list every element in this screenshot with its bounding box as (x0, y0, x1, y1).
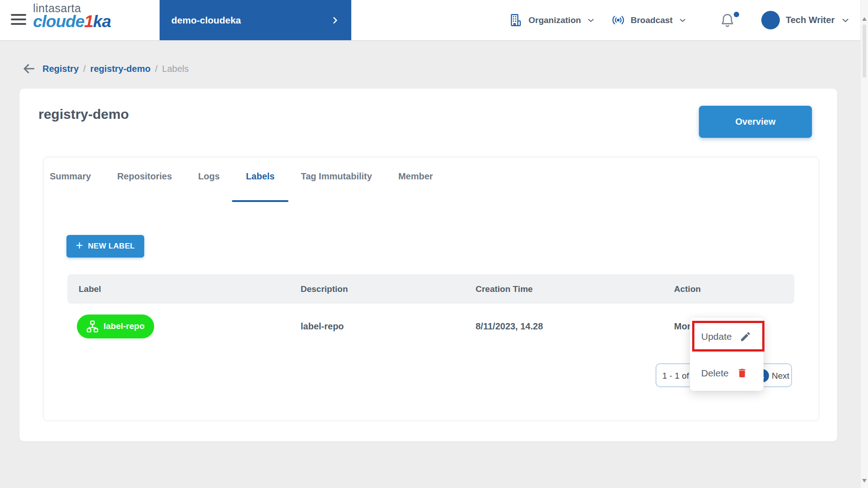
back-arrow-icon[interactable] (22, 61, 36, 76)
tab-tag-immutability[interactable]: Tag Immutability (301, 171, 372, 182)
breadcrumb-current: Labels (162, 64, 189, 74)
labels-table: Label Description Creation Time Action (67, 274, 794, 349)
organization-menu-label: Organization (528, 15, 581, 25)
top-header: lintasarta cloude1ka demo-cloudeka (0, 0, 868, 40)
table-row: label-repo label-repo 8/11/2023, 14.28 M… (67, 304, 794, 349)
screen: lintasarta cloude1ka demo-cloudeka (0, 0, 868, 488)
chevron-down-icon (586, 16, 595, 25)
vertical-scrollbar[interactable] (860, 0, 868, 488)
broadcast-icon (611, 13, 625, 27)
label-badge-text: label-repo (104, 321, 145, 331)
column-header-label: Label (79, 284, 301, 294)
breadcrumb-registry-demo[interactable]: registry-demo (90, 64, 151, 74)
page-title: registry-demo (38, 107, 129, 122)
chevron-down-icon (840, 15, 850, 25)
organization-menu[interactable]: Organization (509, 0, 595, 40)
plus-icon: + (76, 239, 83, 252)
menu-item-delete-label: Delete (701, 368, 729, 379)
brand-logo: lintasarta cloude1ka (33, 3, 111, 30)
scrollbar-down-arrow-icon[interactable] (862, 479, 867, 483)
cell-description: label-repo (301, 321, 476, 332)
sitemap-icon (86, 320, 99, 333)
tab-repositories[interactable]: Repositories (117, 171, 172, 182)
chevron-down-icon (678, 16, 687, 25)
pencil-icon (740, 331, 751, 343)
project-switcher-button[interactable]: demo-cloudeka (160, 0, 351, 40)
column-header-action: Action (674, 284, 794, 294)
broadcast-menu-label: Broadcast (631, 15, 673, 25)
chevron-right-icon (330, 16, 340, 25)
avatar (761, 11, 780, 29)
breadcrumb: Registry / registry-demo / Labels (22, 61, 189, 76)
scrollbar-up-arrow-icon[interactable] (862, 17, 867, 21)
tab-member[interactable]: Member (398, 171, 433, 182)
pagination-next-button[interactable]: Next (772, 371, 789, 381)
cell-creation-time: 8/11/2023, 14.28 (476, 321, 674, 332)
breadcrumb-separator: / (155, 64, 158, 74)
tab-bar: Summary Repositories Logs Labels Tag Imm… (50, 171, 433, 182)
new-label-button[interactable]: + NEW LABEL (66, 235, 144, 258)
hamburger-menu-icon[interactable] (11, 14, 26, 26)
tab-logs[interactable]: Logs (198, 171, 220, 182)
broadcast-menu[interactable]: Broadcast (611, 0, 687, 40)
new-label-button-label: NEW LABEL (88, 242, 135, 251)
menu-item-update[interactable]: Update (690, 318, 764, 355)
table-header-row: Label Description Creation Time Action (67, 274, 794, 304)
tab-summary[interactable]: Summary (50, 171, 91, 182)
trash-icon (736, 367, 748, 379)
label-badge: label-repo (77, 314, 154, 338)
project-switcher-label: demo-cloudeka (171, 15, 241, 26)
user-menu[interactable]: Tech Writer (761, 0, 850, 40)
menu-item-update-label: Update (701, 331, 732, 342)
overview-button[interactable]: Overview (699, 106, 812, 138)
notifications-button[interactable] (720, 12, 741, 30)
action-dropdown-menu: Update Delete (690, 318, 764, 391)
breadcrumb-separator: / (83, 64, 86, 74)
breadcrumb-items: Registry / registry-demo / Labels (42, 64, 189, 74)
breadcrumb-registry[interactable]: Registry (42, 64, 79, 74)
column-header-description: Description (301, 284, 476, 294)
user-name: Tech Writer (786, 15, 835, 25)
menu-item-delete[interactable]: Delete (690, 355, 764, 391)
brand-logo-text-main: cloude1ka (33, 13, 111, 30)
building-icon (509, 13, 523, 27)
tab-labels[interactable]: Labels (246, 171, 274, 182)
scrollbar-thumb[interactable] (863, 24, 866, 78)
notification-dot (734, 12, 739, 17)
column-header-creation-time: Creation Time (476, 284, 674, 294)
